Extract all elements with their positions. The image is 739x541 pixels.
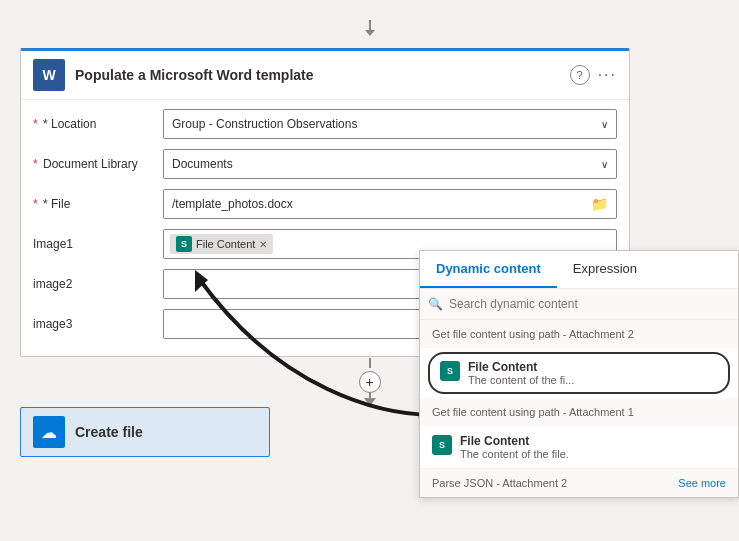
required-star-2: * bbox=[33, 157, 38, 171]
see-more-button[interactable]: See more bbox=[674, 477, 726, 489]
create-file-card[interactable]: ☁ Create file bbox=[20, 407, 270, 457]
panel-content: Get file content using path - Attachment… bbox=[420, 320, 738, 497]
card-header: W Populate a Microsoft Word template ? ·… bbox=[21, 51, 629, 100]
location-dropdown[interactable]: Group - Construction Observations ∨ bbox=[163, 109, 617, 139]
panel-tabs: Dynamic content Expression bbox=[420, 251, 738, 289]
card-title: Populate a Microsoft Word template bbox=[75, 67, 570, 83]
file-control[interactable]: /template_photos.docx 📁 bbox=[163, 189, 617, 219]
more-button[interactable]: ··· bbox=[598, 66, 617, 84]
search-icon: 🔍 bbox=[428, 297, 443, 311]
file-content-tag: S File Content ✕ bbox=[170, 234, 273, 254]
image1-label: Image1 bbox=[33, 237, 163, 251]
file-content-item-2[interactable]: S File Content The content of the file. bbox=[420, 426, 738, 469]
section3-header: Parse JSON - Attachment 2 See more bbox=[420, 469, 738, 497]
search-area: 🔍 bbox=[420, 289, 738, 320]
file-label: * * File bbox=[33, 197, 163, 211]
location-row: * * Location Group - Construction Observ… bbox=[33, 108, 617, 140]
header-actions: ? ··· bbox=[570, 65, 617, 85]
document-library-row: * Document Library Documents ∨ bbox=[33, 148, 617, 180]
word-icon: W bbox=[33, 59, 65, 91]
chevron-down-icon: ∨ bbox=[601, 119, 608, 130]
folder-icon: 📁 bbox=[591, 196, 608, 212]
item1-desc: The content of the fi... bbox=[468, 374, 574, 386]
tab-dynamic-content[interactable]: Dynamic content bbox=[420, 251, 557, 288]
chevron-down-icon-2: ∨ bbox=[601, 159, 608, 170]
dynamic-content-panel: Dynamic content Expression 🔍 Get file co… bbox=[419, 250, 739, 498]
item1-title: File Content bbox=[468, 360, 574, 374]
svg-marker-3 bbox=[365, 30, 375, 36]
connector-line-top bbox=[369, 358, 371, 368]
connector-top bbox=[20, 20, 719, 40]
create-file-title: Create file bbox=[75, 424, 143, 440]
tab-expression[interactable]: Expression bbox=[557, 251, 653, 288]
image3-label: image3 bbox=[33, 317, 163, 331]
file-row: * * File /template_photos.docx 📁 bbox=[33, 188, 617, 220]
svg-marker-4 bbox=[364, 398, 376, 406]
item-icon-1: S bbox=[440, 361, 460, 381]
help-button[interactable]: ? bbox=[570, 65, 590, 85]
item2-desc: The content of the file. bbox=[460, 448, 569, 460]
search-input[interactable] bbox=[449, 297, 730, 311]
document-library-label: * Document Library bbox=[33, 157, 163, 171]
item-icon-2: S bbox=[432, 435, 452, 455]
tag-icon: S bbox=[176, 236, 192, 252]
document-library-dropdown[interactable]: Documents ∨ bbox=[163, 149, 617, 179]
file-content-item-1[interactable]: S File Content The content of the fi... bbox=[428, 352, 730, 394]
location-label: * * Location bbox=[33, 117, 163, 131]
item2-title: File Content bbox=[460, 434, 569, 448]
tag-label: File Content bbox=[196, 238, 255, 250]
required-star: * bbox=[33, 117, 38, 131]
file-path: /template_photos.docx bbox=[172, 197, 293, 211]
tag-close-button[interactable]: ✕ bbox=[259, 239, 267, 250]
add-step-button[interactable]: + bbox=[359, 371, 381, 393]
section2-header: Get file content using path - Attachment… bbox=[420, 398, 738, 426]
required-star-3: * bbox=[33, 197, 38, 211]
item-text-2: File Content The content of the file. bbox=[460, 434, 569, 460]
location-value: Group - Construction Observations bbox=[172, 117, 601, 131]
cloud-icon: ☁ bbox=[33, 416, 65, 448]
section1-header: Get file content using path - Attachment… bbox=[420, 320, 738, 348]
image2-label: image2 bbox=[33, 277, 163, 291]
item-text-1: File Content The content of the fi... bbox=[468, 360, 574, 386]
document-library-value: Documents bbox=[172, 157, 601, 171]
